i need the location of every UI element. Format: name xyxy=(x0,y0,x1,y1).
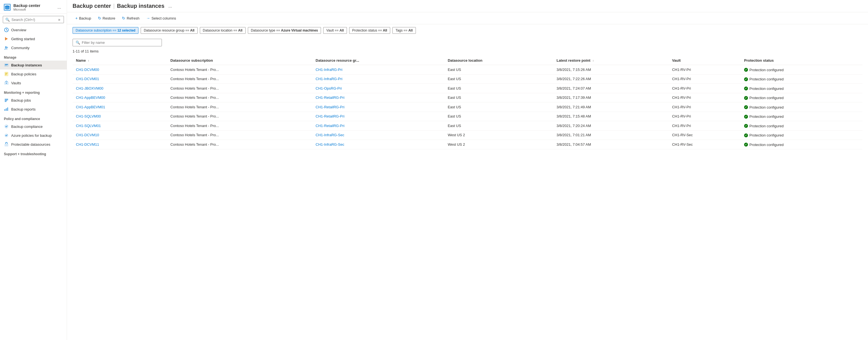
sidebar-item-backup-instances[interactable]: Backup instances xyxy=(0,61,67,69)
cell-datasource-rg[interactable]: CH1-RetailRG-Pri xyxy=(312,102,444,112)
filter-chip-datasource-rg[interactable]: Datasource resource group == All xyxy=(141,27,197,34)
cell-vault: CH1-RV-Sec xyxy=(669,130,741,140)
sort-icon-name[interactable]: ↕ xyxy=(88,59,89,62)
cell-datasource-rg[interactable]: CH1-InfraRG-Sec xyxy=(312,140,444,149)
status-label: Protection configured xyxy=(749,96,784,100)
search-bar[interactable]: 🔍 » xyxy=(3,16,64,23)
cell-protection-status: Protection configured xyxy=(741,140,862,149)
filter-chip-vault[interactable]: Vault == All xyxy=(323,27,347,34)
cell-latest-restore: 3/8/2021, 7:01:21 AM xyxy=(553,130,669,140)
cell-name[interactable]: CH1-JBOXVM00 xyxy=(72,84,167,93)
status-badge: Protection configured xyxy=(744,77,784,81)
cell-name[interactable]: CH1-SQLVM00 xyxy=(72,112,167,121)
collapse-icon[interactable]: » xyxy=(57,17,61,22)
cell-datasource-location: West US 2 xyxy=(444,140,553,149)
svg-point-4 xyxy=(5,47,7,48)
sidebar-item-backup-compliance[interactable]: Backup compliance xyxy=(0,122,67,131)
sort-icon-restore[interactable]: ↕ xyxy=(592,59,594,62)
status-dot xyxy=(744,96,748,100)
cell-datasource-rg[interactable]: CH1-InfraRG-Pri xyxy=(312,74,444,84)
cell-datasource-rg[interactable]: CH1-RetailRG-Pri xyxy=(312,121,444,131)
cell-vault: CH1-RV-Pri xyxy=(669,84,741,93)
sidebar-item-label-protectable: Protectable datasources xyxy=(11,142,50,147)
table-row: CH1-SQLVM00 Contoso Hotels Tenant - Pro.… xyxy=(72,112,862,121)
table-body: CH1-DCVM00 Contoso Hotels Tenant - Pro..… xyxy=(72,65,862,149)
filter-chip-tags[interactable]: Tags == All xyxy=(393,27,415,34)
cell-datasource-location: East US xyxy=(444,112,553,121)
restore-icon: ↻ xyxy=(98,16,101,20)
sidebar-item-label-vaults: Vaults xyxy=(11,81,21,85)
sidebar-item-overview[interactable]: Overview xyxy=(0,25,67,34)
cell-name[interactable]: CH1-SQLVM01 xyxy=(72,121,167,131)
cell-name[interactable]: CH1-DCVM00 xyxy=(72,65,167,74)
item-count: 1-11 of 11 items xyxy=(72,49,862,53)
cell-name[interactable]: CH1-AppBEVM01 xyxy=(72,102,167,112)
backup-button[interactable]: + Backup xyxy=(72,14,94,22)
cell-datasource-location: East US xyxy=(444,102,553,112)
azure-policies-icon xyxy=(4,133,9,138)
toolbar: + Backup ↻ Restore ↻ Refresh → Select co… xyxy=(67,12,868,24)
cell-name[interactable]: CH1-DCVM10 xyxy=(72,130,167,140)
cell-vault: CH1-RV-Pri xyxy=(669,102,741,112)
page-title: Backup center xyxy=(72,3,111,9)
search-input[interactable] xyxy=(11,18,55,22)
cell-name[interactable]: CH1-DCVM01 xyxy=(72,74,167,84)
filter-input-container[interactable]: 🔍 xyxy=(72,39,162,47)
header-separator: | xyxy=(113,3,115,9)
cell-datasource-sub: Contoso Hotels Tenant - Pro... xyxy=(167,112,312,121)
status-dot xyxy=(744,124,748,128)
sidebar-more-button[interactable]: ... xyxy=(56,4,62,10)
cell-datasource-location: East US xyxy=(444,93,553,102)
table-row: CH1-DCVM10 Contoso Hotels Tenant - Pro..… xyxy=(72,130,862,140)
sidebar-item-azure-policies[interactable]: Azure policies for backup xyxy=(0,131,67,140)
svg-marker-3 xyxy=(5,37,8,40)
cell-datasource-location: East US xyxy=(444,84,553,93)
cell-datasource-location: East US xyxy=(444,65,553,74)
filter-chip-datasource-type[interactable]: Datasource type == Azure Virtual machine… xyxy=(248,27,321,34)
status-dot xyxy=(744,105,748,109)
refresh-button[interactable]: ↻ Refresh xyxy=(119,14,142,22)
sidebar-item-backup-policies[interactable]: Backup policies xyxy=(0,69,67,79)
filter-by-name-input[interactable] xyxy=(82,40,159,45)
sidebar-item-label-backup-policies: Backup policies xyxy=(11,72,36,76)
cell-datasource-rg[interactable]: CH1-RetailRG-Pri xyxy=(312,112,444,121)
col-header-latest-restore: Latest restore point ↕ xyxy=(553,56,669,65)
sidebar-item-backup-reports[interactable]: Backup reports xyxy=(0,105,67,114)
cell-datasource-rg[interactable]: CH1-RetailRG-Pri xyxy=(312,93,444,102)
content-area: 🔍 1-11 of 11 items Name ↕ Datasource sub… xyxy=(67,35,868,340)
cell-datasource-rg[interactable]: CH1-OpsRG-Pri xyxy=(312,84,444,93)
cell-latest-restore: 3/8/2021, 7:15:26 AM xyxy=(553,65,669,74)
cell-name[interactable]: CH1-AppBEVM00 xyxy=(72,93,167,102)
vaults-icon xyxy=(4,81,9,85)
col-header-protection-status: Protection status xyxy=(741,56,862,65)
cell-vault: CH1-RV-Pri xyxy=(669,65,741,74)
filter-chip-datasource-location[interactable]: Datasource location == All xyxy=(200,27,246,34)
header-more-button[interactable]: ... xyxy=(166,3,174,9)
filter-chip-text: Vault == All xyxy=(326,28,344,32)
sidebar-item-label-backup-jobs: Backup jobs xyxy=(11,98,31,102)
filter-chip-datasource-subscription[interactable]: Datasource subscription == 12 selected xyxy=(72,27,138,34)
table-row: CH1-SQLVM01 Contoso Hotels Tenant - Pro.… xyxy=(72,121,862,131)
sidebar-item-backup-jobs[interactable]: Backup jobs xyxy=(0,96,67,105)
svg-rect-8 xyxy=(5,65,7,66)
restore-button[interactable]: ↻ Restore xyxy=(95,14,118,22)
cell-latest-restore: 3/8/2021, 7:15:48 AM xyxy=(553,112,669,121)
sidebar-item-community[interactable]: Community xyxy=(0,43,67,52)
select-columns-button[interactable]: → Select columns xyxy=(144,14,179,22)
status-badge: Protection configured xyxy=(744,133,784,137)
sidebar-item-vaults[interactable]: Vaults xyxy=(0,79,67,87)
table-row: CH1-DCVM01 Contoso Hotels Tenant - Pro..… xyxy=(72,74,862,84)
backup-instances-table: Name ↕ Datasource subscription Datasourc… xyxy=(72,56,862,149)
cell-name[interactable]: CH1-DCVM11 xyxy=(72,140,167,149)
filter-chip-protection-status[interactable]: Protection status == All xyxy=(349,27,390,34)
status-label: Protection configured xyxy=(749,143,784,147)
table-header: Name ↕ Datasource subscription Datasourc… xyxy=(72,56,862,65)
cell-datasource-rg[interactable]: CH1-InfraRG-Pri xyxy=(312,65,444,74)
sidebar-item-getting-started[interactable]: Getting started xyxy=(0,34,67,43)
status-dot xyxy=(744,87,748,90)
filter-search-icon: 🔍 xyxy=(75,40,80,45)
cell-vault: CH1-RV-Pri xyxy=(669,121,741,131)
sidebar-item-protectable[interactable]: Protectable datasources xyxy=(0,140,67,149)
community-icon xyxy=(4,45,9,50)
cell-datasource-rg[interactable]: CH1-InfraRG-Sec xyxy=(312,130,444,140)
